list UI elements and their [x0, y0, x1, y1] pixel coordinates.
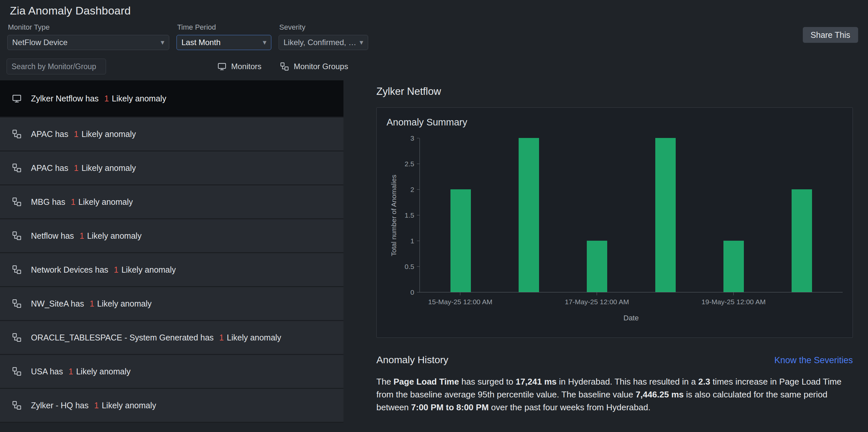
item-suffix: Likely anomaly — [81, 163, 136, 173]
anomaly-summary-chart: Total number of Anomalies 00.511.522.53 … — [386, 138, 843, 322]
panel-title: Zylker Netflow — [376, 86, 853, 97]
item-prefix: Zylker Netflow has — [31, 94, 99, 103]
monitor-icon — [12, 94, 22, 103]
severity-value: Likely, Confirmed, Info — [283, 38, 357, 47]
y-tick-label: 1 — [410, 238, 414, 245]
history-segment: 17,241 ms — [516, 377, 557, 387]
time-period-value: Last Month — [181, 38, 221, 47]
item-prefix: Network Devices has — [31, 265, 108, 274]
anomaly-count: 1 — [71, 197, 75, 207]
list-item[interactable]: APAC has1Likely anomaly — [0, 151, 343, 185]
severity-select[interactable]: Likely, Confirmed, Info ▾ — [279, 35, 368, 50]
list-item[interactable]: Network Devices has1Likely anomaly — [0, 253, 343, 287]
detail-panel: Zylker Netflow Anomaly Summary Total num… — [343, 80, 868, 432]
y-tick-label: 2.5 — [405, 160, 414, 167]
search-input[interactable] — [7, 59, 106, 74]
monitor-group-icon — [12, 265, 22, 275]
filter-monitor-type: Monitor Type NetFlow Device ▾ — [7, 23, 169, 50]
y-tick-mark — [417, 241, 420, 241]
know-the-severities-link[interactable]: Know the Severities — [774, 355, 853, 366]
anomaly-history-title: Anomaly History — [376, 354, 448, 366]
time-period-label: Time Period — [177, 23, 271, 32]
content-area: Zylker Netflow has1Likely anomaly APAC h… — [0, 80, 868, 432]
monitor-group-icon — [12, 299, 22, 309]
list-item-text: MBG has1Likely anomaly — [31, 197, 133, 207]
history-segment: over the past four weeks from Hyderabad. — [489, 402, 650, 412]
monitor-type-select[interactable]: NetFlow Device ▾ — [7, 35, 169, 50]
page-title: Zia Anomaly Dashboard — [10, 4, 131, 17]
x-tick-label: 19-May-25 12:00 AM — [702, 298, 766, 306]
list-item[interactable]: Netflow has1Likely anomaly — [0, 219, 343, 253]
x-tick-label: 15-May-25 12:00 AM — [428, 298, 492, 306]
y-tick-mark — [417, 215, 420, 215]
chart-title: Anomaly Summary — [386, 117, 843, 128]
share-this-button[interactable]: Share This — [803, 27, 858, 43]
list-item[interactable]: NW_SiteA has1Likely anomaly — [0, 287, 343, 321]
history-segment: Page Load Time — [394, 377, 459, 387]
item-suffix: Likely anomaly — [81, 129, 136, 138]
app-header: Zia Anomaly Dashboard — [0, 0, 868, 21]
search-toolbar: Monitors Monitor Groups — [0, 58, 868, 75]
list-item-text: Zylker - HQ has1Likely anomaly — [31, 401, 156, 410]
list-item-text: Zylker Netflow has1Likely anomaly — [31, 94, 166, 103]
monitor-list: Zylker Netflow has1Likely anomaly APAC h… — [0, 80, 343, 432]
list-item-text: NW_SiteA has1Likely anomaly — [31, 299, 152, 309]
history-segment: in Hyderabad. This has resulted in a — [557, 377, 698, 387]
item-prefix: MBG has — [31, 197, 65, 207]
bar — [519, 138, 539, 292]
y-tick-mark — [417, 164, 420, 164]
list-item[interactable]: Zylker Netflow has1Likely anomaly — [0, 80, 343, 118]
monitor-group-icon — [12, 163, 22, 173]
tab-monitors-label: Monitors — [231, 62, 261, 71]
chevron-down-icon: ▾ — [360, 38, 363, 47]
y-tick-label: 1.5 — [405, 212, 414, 219]
list-item[interactable]: Zylker - HQ has1Likely anomaly — [0, 389, 343, 423]
bar — [723, 241, 744, 292]
monitor-group-icon — [12, 129, 22, 139]
bar — [655, 138, 676, 292]
x-tick-mark — [460, 292, 460, 295]
history-text: The Page Load Time has surged to 17,241 … — [376, 375, 853, 414]
anomaly-count: 1 — [74, 163, 79, 173]
y-tick-label: 2 — [410, 186, 414, 193]
history-segment: 7,446.25 ms — [636, 390, 684, 399]
y-axis-label: Total number of Anomalies — [386, 138, 401, 292]
list-item[interactable]: ORACLE_TABLESPACE - System Generated has… — [0, 321, 343, 355]
list-item[interactable]: APAC has1Likely anomaly — [0, 118, 343, 151]
filter-bar: Monitor Type NetFlow Device ▾ Time Perio… — [0, 21, 868, 55]
list-item-text: ORACLE_TABLESPACE - System Generated has… — [31, 333, 281, 342]
monitor-group-icon — [12, 333, 22, 342]
chevron-down-icon: ▾ — [161, 38, 164, 47]
y-tick-mark — [417, 138, 420, 138]
bar — [792, 189, 812, 292]
tab-monitors[interactable]: Monitors — [217, 62, 261, 71]
monitor-group-icon — [12, 400, 22, 410]
time-period-select[interactable]: Last Month ▾ — [177, 35, 271, 50]
x-tick-label: 17-May-25 12:00 AM — [565, 298, 629, 306]
severity-label: Severity — [279, 23, 368, 32]
item-prefix: USA has — [31, 367, 63, 376]
item-prefix: Zylker - HQ has — [31, 401, 89, 410]
monitor-group-icon — [12, 367, 22, 376]
list-item[interactable]: MBG has1Likely anomaly — [0, 185, 343, 219]
list-item-text: Network Devices has1Likely anomaly — [31, 265, 176, 275]
item-suffix: Likely anomaly — [76, 367, 130, 376]
anomaly-count: 1 — [114, 265, 119, 274]
item-prefix: ORACLE_TABLESPACE - System Generated has — [31, 333, 214, 342]
y-tick-label: 3 — [410, 135, 414, 142]
history-segment: The — [376, 377, 394, 387]
chevron-down-icon: ▾ — [263, 38, 267, 47]
list-item-text: APAC has1Likely anomaly — [31, 163, 136, 173]
tab-monitor-groups-label: Monitor Groups — [294, 62, 348, 71]
item-suffix: Likely anomaly — [102, 401, 156, 410]
anomaly-count: 1 — [94, 401, 99, 410]
filter-severity: Severity Likely, Confirmed, Info ▾ — [279, 23, 368, 50]
x-tick-mark — [597, 292, 597, 295]
history-segment: 7:00 PM to 8:00 PM — [411, 402, 489, 412]
item-prefix: APAC has — [31, 163, 68, 173]
x-axis-title: Date — [420, 314, 843, 322]
tab-monitor-groups[interactable]: Monitor Groups — [280, 62, 348, 71]
list-item[interactable]: USA has1Likely anomaly — [0, 355, 343, 389]
monitor-group-icon — [280, 62, 289, 71]
item-prefix: APAC has — [31, 129, 68, 138]
